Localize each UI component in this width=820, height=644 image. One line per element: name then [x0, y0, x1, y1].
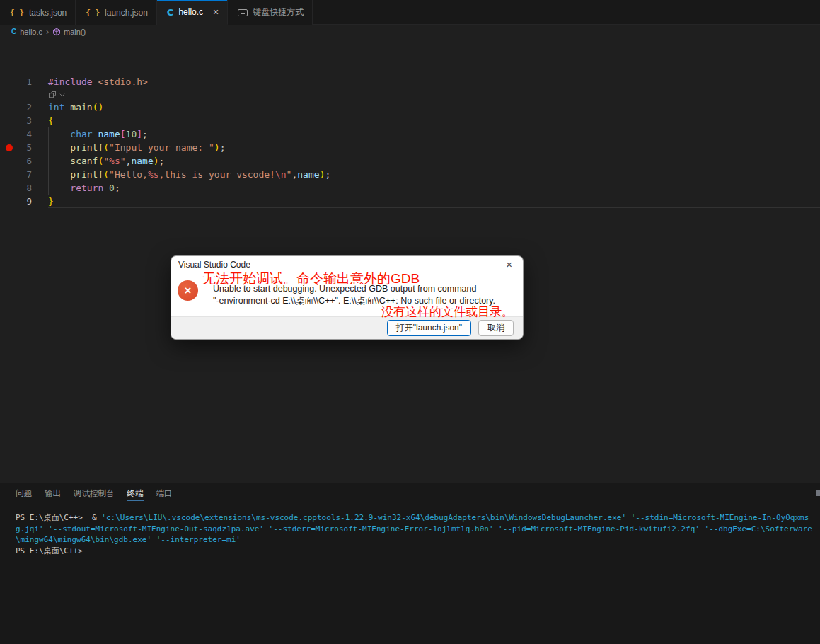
code-line-4[interactable]: 4 char name[10]; — [0, 127, 820, 141]
gutter[interactable]: 2 — [0, 100, 48, 114]
code-text: { — [48, 114, 820, 127]
gutter[interactable]: 7 — [0, 168, 48, 181]
gutter[interactable]: 9 — [0, 195, 48, 208]
gutter[interactable]: 8 — [0, 181, 48, 195]
panel-tab-终端[interactable]: 终端 — [121, 483, 150, 504]
tab-键盘快捷方式[interactable]: 键盘快捷方式 — [228, 0, 313, 25]
vscode-window: { }tasks.json{ }launch.jsonChello.c×键盘快捷… — [0, 0, 820, 644]
c-file-icon: C — [167, 7, 174, 18]
line-number: 5 — [26, 141, 32, 154]
terminal-line: g.jqi' '--stdout=Microsoft-MIEngine-Out-… — [16, 524, 817, 535]
editor-tab-bar: { }tasks.json{ }launch.jsonChello.c×键盘快捷… — [0, 0, 820, 25]
code-line-8[interactable]: 8 return 0; — [0, 181, 820, 195]
symbol-method-icon — [52, 28, 61, 36]
code-line-7[interactable]: 7 printf("Hello,%s,this is your vscode!\… — [0, 168, 820, 181]
terminal-output[interactable]: PS E:\桌面\C++> & 'c:\Users\LIU\.vscode\ex… — [16, 512, 817, 556]
open-launch-json-button[interactable]: 打开"launch.json" — [387, 320, 471, 336]
line-number: 6 — [26, 154, 32, 168]
code-action-icon[interactable] — [48, 91, 57, 99]
breadcrumb-file[interactable]: hello.c — [20, 28, 42, 36]
cancel-button[interactable]: 取消 — [478, 320, 514, 336]
gutter[interactable]: 6 — [0, 154, 48, 168]
breakpoint-icon[interactable] — [6, 144, 13, 151]
dialog-close-icon[interactable]: × — [503, 258, 515, 270]
code-line-9[interactable]: 9} — [0, 195, 820, 208]
code-line-6[interactable]: 6 scanf("%s",name); — [0, 154, 820, 168]
terminal-line: \mingw64\mingw64\bin\gdb.exe' '--interpr… — [16, 534, 817, 546]
tab-tasks.json[interactable]: { }tasks.json — [0, 0, 76, 25]
annotation-bottom: 没有这样的文件或目录。 — [381, 304, 514, 320]
code-text: int main() — [48, 100, 820, 114]
line-number: 8 — [26, 181, 32, 195]
bottom-panel: 问题输出调试控制台终端端口 PS E:\桌面\C++> & 'c:\Users\… — [0, 483, 820, 644]
terminal-line: PS E:\桌面\C++> & 'c:\Users\LIU\.vscode\ex… — [16, 512, 817, 524]
breadcrumb: C hello.c › main() — [0, 25, 820, 38]
gutter[interactable]: 3 — [0, 114, 48, 127]
panel-tab-输出[interactable]: 输出 — [38, 483, 67, 504]
line-number: 9 — [26, 195, 32, 208]
tab-label: hello.c — [178, 7, 203, 17]
json-braces-icon: { } — [10, 8, 24, 17]
tab-label: 键盘快捷方式 — [253, 6, 304, 18]
panel-tab-调试控制台[interactable]: 调试控制台 — [67, 483, 121, 504]
tab-launch.json[interactable]: { }launch.json — [76, 0, 157, 25]
panel-tab-端口[interactable]: 端口 — [150, 483, 179, 504]
code-line-1[interactable]: 1#include <stdio.h> — [0, 75, 820, 88]
tab-hello.c[interactable]: Chello.c× — [157, 0, 228, 25]
keyboard-icon — [238, 9, 248, 16]
breadcrumb-symbol[interactable]: main() — [64, 28, 86, 36]
line-number: 7 — [26, 168, 32, 181]
tab-label: launch.json — [105, 8, 148, 18]
c-file-icon: C — [11, 28, 16, 35]
line-number: 3 — [26, 114, 32, 127]
gutter[interactable]: 4 — [0, 127, 48, 141]
line-number: 2 — [26, 100, 32, 114]
code-action-row[interactable] — [48, 88, 66, 100]
chevron-down-icon[interactable] — [59, 91, 66, 98]
panel-tab-问题[interactable]: 问题 — [9, 483, 38, 504]
code-text: printf("Hello,%s,this is your vscode!\n"… — [48, 168, 820, 181]
code-text: scanf("%s",name); — [48, 154, 820, 168]
code-text: } — [48, 195, 820, 208]
code-text: char name[10]; — [48, 127, 820, 141]
panel-toolbar-partial-icon[interactable] — [816, 490, 820, 496]
code-line-2[interactable]: 2int main() — [0, 100, 820, 114]
chevron-right-icon: › — [46, 27, 49, 37]
code-text: printf("Input your name: "); — [48, 141, 820, 154]
code-line-3[interactable]: 3{ — [0, 114, 820, 127]
code-text: #include <stdio.h> — [48, 75, 820, 88]
code-line-5[interactable]: 5 printf("Input your name: "); — [0, 141, 820, 154]
tab-label: tasks.json — [29, 8, 67, 18]
gutter[interactable]: 5 — [0, 141, 48, 154]
terminal-line: PS E:\桌面\C++> — [16, 546, 817, 557]
annotation-top: 无法开始调试。命令输出意外的GDB — [202, 270, 420, 288]
line-number: 1 — [26, 75, 32, 88]
code-text: return 0; — [48, 181, 820, 195]
error-dialog: Visual Studio Code × × Unable to start d… — [171, 255, 524, 340]
gutter[interactable]: 1 — [0, 75, 48, 88]
error-icon: × — [178, 280, 198, 301]
tab-close-icon[interactable]: × — [213, 7, 219, 17]
line-number: 4 — [26, 127, 32, 141]
json-braces-icon: { } — [86, 8, 100, 17]
panel-tabs: 问题输出调试控制台终端端口 — [9, 483, 179, 504]
